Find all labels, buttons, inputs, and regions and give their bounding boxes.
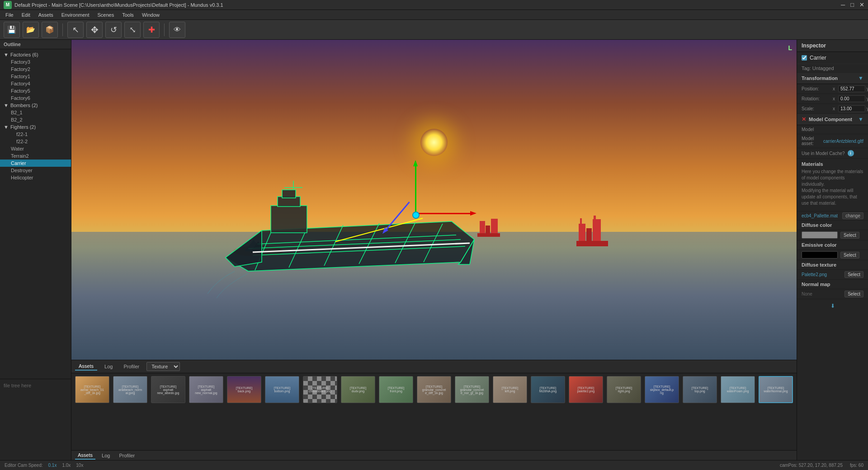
minimize-button[interactable]: ─ <box>841 1 845 8</box>
asset-asphalt-normal[interactable]: [TEXTURE]asphaltnew_normal.jpg <box>188 376 224 403</box>
outline-item-f22-2[interactable]: f22-2 <box>0 138 71 145</box>
entity-enabled-checkbox[interactable] <box>802 55 807 61</box>
asset-thumb: [TEXTURE]granular_concrete_nor_gl_1k.jpg <box>455 376 489 403</box>
asset-skybox[interactable]: [TEXTURE]skybox_default.png <box>644 376 680 403</box>
info-icon[interactable]: i <box>848 150 854 156</box>
cam-speed-2[interactable]: 10x <box>76 463 83 468</box>
new-button[interactable]: 📦 <box>42 22 58 38</box>
asset-bottom[interactable]: [TEXTURE]bottom.png <box>264 376 300 403</box>
menu-assets[interactable]: Assets <box>35 11 57 19</box>
scale-x-input[interactable] <box>838 105 865 112</box>
transform-tool-button[interactable]: ✚ <box>143 22 160 38</box>
model-asset-value: carrierAntzblend.gltf <box>823 139 863 144</box>
emissive-color-swatch[interactable] <box>802 251 838 258</box>
rotation-label: Rotation: <box>802 96 831 101</box>
svg-marker-13 <box>226 221 474 271</box>
asset-arialbeach-normal[interactable]: [TEXTURE]arialbeach_normal.jpeg <box>112 376 148 403</box>
outline-group-bombers[interactable]: ▼ Bombers (2) <box>0 102 71 109</box>
outline-group-factories[interactable]: ▼ Factories (6) <box>0 51 71 58</box>
transformation-section[interactable]: Transformation ▼ <box>797 73 868 84</box>
model-component-arrow[interactable]: ▼ <box>858 116 863 122</box>
outline-item-water[interactable]: Water <box>0 145 71 152</box>
maximize-button[interactable]: □ <box>850 1 854 8</box>
outline-item-factory6[interactable]: Factory6 <box>0 94 71 102</box>
asset-top[interactable]: [TEXTURE]top.png <box>682 376 718 403</box>
asset-granular-nor[interactable]: [TEXTURE]granular_concrete_nor_gl_1k.jpg <box>454 376 490 403</box>
outline-item-factory2[interactable]: Factory2 <box>0 66 71 73</box>
tab-assets-bottom[interactable]: Assets <box>75 451 95 460</box>
outline-item-f22-1[interactable]: f22-1 <box>0 131 71 138</box>
menu-environment[interactable]: Environment <box>58 11 93 19</box>
asset-thumb: [TEXTURE]asphaltnew_albedo.jpg <box>151 376 185 403</box>
group-label: Bombers (2) <box>10 103 38 108</box>
material-change-button[interactable]: change <box>842 212 863 219</box>
outline-item-factory3[interactable]: Factory3 <box>0 58 71 66</box>
outline-group-fighters[interactable]: ▼ Fighters (2) <box>0 123 71 131</box>
normal-map-select-button[interactable]: Select <box>844 291 863 297</box>
materials-section: Materials Here you change the materials … <box>797 159 868 212</box>
asset-waternormal[interactable]: [TEXTURE]waterNormal.png <box>758 376 794 403</box>
asset-palette[interactable]: [TEXTURE]palette2.png <box>568 376 604 403</box>
menu-file[interactable]: File <box>2 11 17 19</box>
rotation-x-input[interactable] <box>838 95 865 102</box>
tab-log-bottom[interactable]: Log <box>99 452 113 459</box>
open-button[interactable]: 📂 <box>23 22 39 38</box>
outline-item-factory4[interactable]: Factory4 <box>0 80 71 87</box>
asset-back[interactable]: [TEXTURE]back.png <box>226 376 262 403</box>
select-tool-button[interactable]: ↖ <box>67 22 84 38</box>
remove-component-button[interactable]: ✕ <box>802 116 806 122</box>
asset-chessboard[interactable]: [TEXTURE]chessboard.png <box>302 376 338 403</box>
diffuse-texture-select-button[interactable]: Select <box>844 271 863 278</box>
normal-map-label: Normal map <box>797 280 868 289</box>
outline-item-b2-1[interactable]: B2_1 <box>0 109 71 116</box>
menu-window[interactable]: Window <box>138 11 163 19</box>
emissive-color-select-button[interactable]: Select <box>840 252 859 258</box>
save-button[interactable]: 💾 <box>4 22 20 38</box>
rotate-tool-button[interactable]: ↺ <box>105 22 122 38</box>
diffuse-color-swatch[interactable] <box>802 231 838 239</box>
transformation-title: Transformation <box>802 75 838 81</box>
position-fields: x y z <box>833 85 868 92</box>
viewport[interactable]: L <box>71 40 797 360</box>
asset-asphalt-albedo[interactable]: [TEXTURE]asphaltnew_albedo.jpg <box>150 376 186 403</box>
asset-granular-diff[interactable]: [TEXTURE]granular_concrete_diff_1k.jpg <box>416 376 452 403</box>
scale-tool-button[interactable]: ⤡ <box>124 22 141 38</box>
collapse-icon: ▼ <box>4 52 9 57</box>
outline-item-helicopter[interactable]: Helicopter <box>0 174 71 181</box>
cam-speed-0[interactable]: 0.1x <box>48 463 57 468</box>
outline-item-b2-2[interactable]: B2_2 <box>0 116 71 123</box>
menu-tools[interactable]: Tools <box>118 11 137 19</box>
outline-item-destroyer[interactable]: Destroyer <box>0 167 71 174</box>
tab-assets[interactable]: Assets <box>75 362 97 371</box>
diffuse-texture-row: Palette2.png Select <box>797 270 868 280</box>
outline-item-factory1[interactable]: Factory1 <box>0 73 71 80</box>
menu-scenes[interactable]: Scenes <box>94 11 118 19</box>
gizmo-x-axis <box>417 213 471 214</box>
asset-right[interactable]: [TEXTURE]right.png <box>606 376 642 403</box>
outline-item-carrier[interactable]: Carrier <box>0 160 71 167</box>
tab-profiler-bottom[interactable]: Profiler <box>116 452 137 459</box>
cam-speed-1[interactable]: 1.0x <box>62 463 71 468</box>
menu-edit[interactable]: Edit <box>18 11 34 19</box>
move-tool-button[interactable]: ✥ <box>86 22 103 38</box>
position-x-input[interactable] <box>838 85 865 92</box>
asset-aerial-beach[interactable]: [TEXTURE]aerial_beach_01_diff_1k.jpg <box>74 376 110 403</box>
diffuse-color-select-button[interactable]: Select <box>840 232 859 239</box>
assets-type-select[interactable]: Texture Model Material <box>146 362 180 371</box>
outline-item-factory5[interactable]: Factory5 <box>0 87 71 94</box>
asset-left[interactable]: [TEXTURE]left.png <box>492 376 528 403</box>
tab-profiler[interactable]: Profiler <box>120 363 143 370</box>
asset-thumb: [TEXTURE]waterNormal.png <box>759 376 793 403</box>
outline-item-terrain2[interactable]: Terrain2 <box>0 152 71 160</box>
material-link[interactable]: ecb4_Pallette.mat <box>802 213 838 218</box>
preview-button[interactable]: 👁 <box>169 22 185 38</box>
asset-dudv[interactable]: [TEXTURE]dudv.png <box>340 376 376 403</box>
scale-x-field: x <box>833 105 865 112</box>
asset-mi28[interactable]: [TEXTURE]Mi28NA.png <box>530 376 566 403</box>
asset-front[interactable]: [TEXTURE]front.png <box>378 376 414 403</box>
tab-log[interactable]: Log <box>101 363 116 370</box>
close-button[interactable]: ✕ <box>859 1 864 8</box>
asset-thumb: [TEXTURE]chessboard.png <box>303 376 337 403</box>
asset-waterfoam[interactable]: [TEXTURE]waterFoam.png <box>720 376 756 403</box>
entity-tag-row: Tag: Untagged <box>797 64 868 73</box>
